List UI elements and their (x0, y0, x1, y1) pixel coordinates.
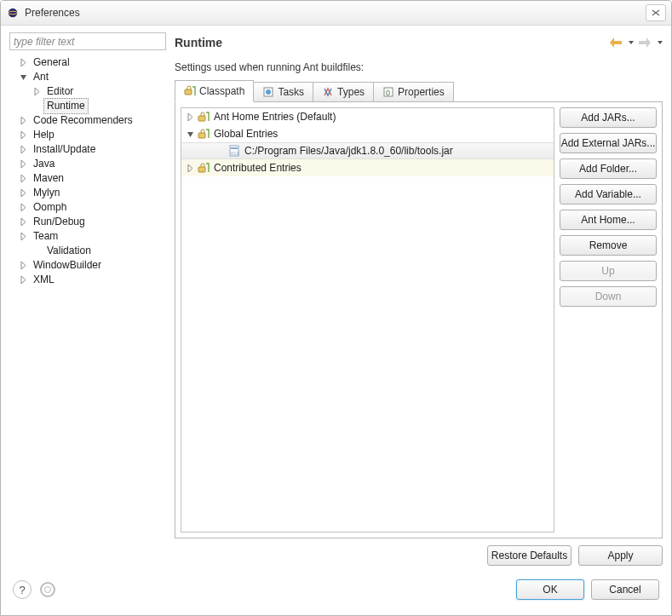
svg-rect-12 (198, 167, 205, 172)
twisty-icon[interactable] (18, 72, 28, 83)
svg-rect-7 (198, 116, 205, 121)
tab-label: Classpath (199, 85, 244, 97)
twisty-icon[interactable] (185, 163, 195, 173)
back-menu-icon[interactable] (629, 41, 634, 44)
twisty-icon[interactable] (185, 129, 195, 139)
twisty-icon[interactable] (18, 58, 28, 68)
apply-button[interactable]: Apply (578, 545, 663, 566)
svg-rect-10 (231, 147, 238, 149)
up-button: Up (560, 261, 657, 281)
page-title: Runtime (175, 36, 222, 49)
classpath-entry[interactable]: Contributed Entries (181, 159, 554, 176)
remove-button[interactable]: Remove (560, 235, 657, 256)
twisty-icon[interactable] (32, 246, 42, 256)
side-button-bar: Add JARs...Add External JARs...Add Folde… (560, 107, 657, 533)
restore-defaults-button[interactable]: Restore Defaults (487, 545, 571, 566)
ant-home-button[interactable]: Ant Home... (560, 210, 657, 230)
twisty-icon[interactable] (18, 116, 28, 126)
tree-item-java[interactable]: Java (11, 157, 166, 171)
properties-icon: 0 (382, 86, 394, 98)
add-variable-button[interactable]: Add Variable... (560, 184, 657, 204)
tab-properties[interactable]: 0Properties (373, 82, 454, 102)
tab-label: Properties (398, 86, 445, 98)
filter-input[interactable] (9, 32, 166, 50)
eclipse-icon (6, 6, 20, 20)
svg-rect-8 (198, 133, 205, 138)
tree-item-general[interactable]: General (11, 55, 166, 70)
add-jars-button[interactable]: Add JARs... (560, 107, 657, 128)
classpath-entry-label: Ant Home Entries (Default) (214, 108, 336, 125)
twisty-icon[interactable] (18, 130, 28, 141)
tree-item-oomph[interactable]: Oomph (11, 200, 166, 215)
twisty-icon[interactable] (32, 101, 42, 112)
twisty-icon[interactable] (18, 188, 28, 199)
svg-text:010: 010 (231, 151, 240, 156)
window-title: Preferences (25, 7, 80, 19)
tree-item-ant[interactable]: Ant (11, 70, 166, 84)
preferences-tree[interactable]: GeneralAntEditorRuntimeCode Recommenders… (9, 55, 166, 566)
tree-item-team[interactable]: Team (11, 229, 166, 244)
tree-item-help[interactable]: Help (11, 128, 166, 142)
tree-item-validation[interactable]: Validation (11, 244, 166, 258)
twisty-icon[interactable] (18, 232, 28, 242)
classpath-tab-panel: Ant Home Entries (Default)Global Entries… (175, 101, 663, 538)
twisty-icon[interactable] (18, 275, 28, 285)
forward-button[interactable] (639, 37, 651, 48)
cancel-button[interactable]: Cancel (591, 579, 659, 600)
settings-description: Settings used when running Ant buildfile… (175, 61, 663, 73)
tree-item-maven[interactable]: Maven (11, 171, 166, 186)
tab-label: Types (337, 86, 365, 98)
classpath-group-icon (197, 127, 210, 141)
help-icon[interactable]: ? (13, 580, 32, 599)
tab-types[interactable]: Types (313, 82, 374, 102)
tree-item-install-update[interactable]: Install/Update (11, 142, 166, 157)
down-button: Down (560, 286, 657, 307)
close-button[interactable] (646, 4, 666, 21)
twisty-icon[interactable] (18, 217, 28, 227)
twisty-icon[interactable] (18, 261, 28, 271)
tab-classpath[interactable]: Classpath (175, 80, 254, 102)
tree-item-mylyn[interactable]: Mylyn (11, 186, 166, 200)
classpath-group-icon (197, 161, 210, 175)
classpath-entry[interactable]: Ant Home Entries (Default) (181, 108, 554, 125)
tree-item-editor[interactable]: Editor (11, 84, 166, 99)
ok-button[interactable]: OK (516, 579, 584, 600)
tree-item-xml[interactable]: XML (11, 273, 166, 287)
preferences-window: Preferences GeneralAntEditorRuntimeCode … (0, 0, 672, 616)
tasks-icon (262, 86, 274, 98)
twisty-icon[interactable] (215, 146, 226, 156)
tree-item-runtime[interactable]: Runtime (11, 99, 166, 113)
classpath-tree[interactable]: Ant Home Entries (Default)Global Entries… (181, 107, 554, 533)
tab-tasks[interactable]: Tasks (253, 82, 313, 102)
forward-menu-icon[interactable] (658, 41, 663, 44)
dialog-footer: ? OK Cancel (1, 573, 671, 615)
classpath-entry-label: Global Entries (214, 125, 278, 142)
svg-point-0 (9, 9, 18, 18)
classpath-entry[interactable]: Global Entries (181, 125, 554, 142)
classpath-icon (184, 85, 196, 97)
classpath-entry[interactable]: 010C:/Program Files/Java/jdk1.8.0_60/lib… (181, 142, 554, 159)
classpath-entry-label: Contributed Entries (214, 159, 302, 176)
left-pane: GeneralAntEditorRuntimeCode Recommenders… (9, 32, 166, 566)
twisty-icon[interactable] (32, 87, 42, 97)
twisty-icon[interactable] (18, 145, 28, 155)
svg-text:0: 0 (386, 89, 390, 97)
twisty-icon[interactable] (18, 174, 28, 184)
svg-rect-2 (185, 89, 192, 95)
tree-item-run-debug[interactable]: Run/Debug (11, 215, 166, 229)
twisty-icon[interactable] (18, 159, 28, 170)
titlebar: Preferences (1, 1, 671, 26)
twisty-icon[interactable] (185, 112, 195, 122)
oomph-icon[interactable] (40, 582, 55, 597)
tree-item-code-recommenders[interactable]: Code Recommenders (11, 113, 166, 128)
types-icon (322, 86, 334, 98)
tabs-row: ClasspathTasksTypes0Properties (175, 80, 663, 102)
twisty-icon[interactable] (18, 203, 28, 213)
tab-label: Tasks (278, 86, 304, 98)
add-external-jars-button[interactable]: Add External JARs... (560, 133, 657, 153)
back-button[interactable] (610, 37, 622, 48)
add-folder-button[interactable]: Add Folder... (560, 158, 657, 179)
tree-item-label: XML (30, 272, 58, 288)
tree-item-windowbuilder[interactable]: WindowBuilder (11, 258, 166, 273)
classpath-entry-label: C:/Program Files/Java/jdk1.8.0_60/lib/to… (244, 142, 453, 159)
